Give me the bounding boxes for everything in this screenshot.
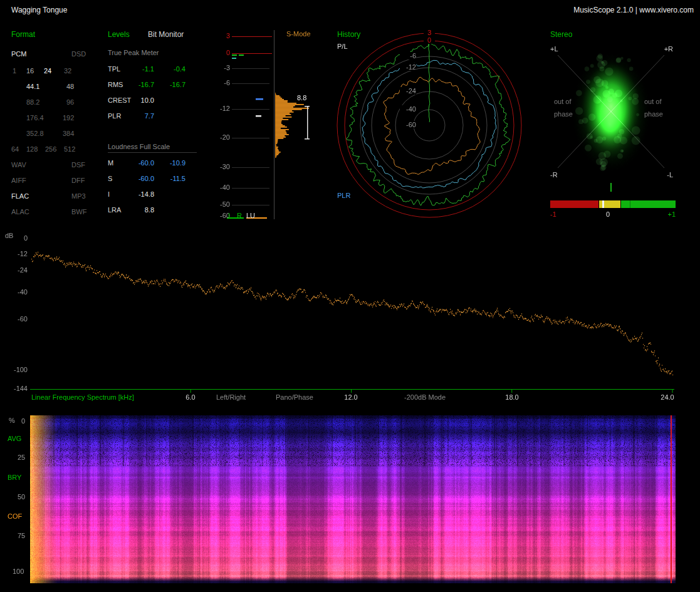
freq-tick-12-0: 12.0 xyxy=(342,393,360,401)
format-option-192: 192 xyxy=(63,114,74,122)
levels-label-m: M xyxy=(108,159,113,167)
app-brand: MusicScope 2.1.0 | www.xivero.com xyxy=(573,6,694,14)
levels-value2-s: -11.5 xyxy=(157,175,185,182)
history-ring-label-6: -6 xyxy=(400,52,416,60)
format-option-128: 128 xyxy=(26,145,38,153)
stereo-header: Stereo xyxy=(550,30,572,39)
history-ring-label-3: 3 xyxy=(424,29,435,36)
levels-value1-tpl: -1.1 xyxy=(125,65,154,73)
levels-value1-lra: 8.8 xyxy=(125,206,154,214)
track-title: Wagging Tongue xyxy=(11,6,67,14)
correlation-meter xyxy=(550,200,676,208)
levels-label-i: I xyxy=(108,190,110,198)
out-of-phase-right-1: out of xyxy=(644,98,662,105)
levels-panel: Levels Bit Monitor True Peak Meter Loudn… xyxy=(107,28,204,225)
mode-pano-phase[interactable]: Pano/Phase xyxy=(276,393,313,401)
levels-value1-m: -60.0 xyxy=(125,159,154,167)
corner-label-plus-l: +L xyxy=(550,45,558,53)
musicscope-app: Wagging Tongue MusicScope 2.1.0 | www.xi… xyxy=(0,0,700,592)
pct-tick-0: 0 xyxy=(21,417,25,425)
history-ring-label-40: -40 xyxy=(400,105,416,113)
format-option-44-1: 44.1 xyxy=(26,83,39,90)
levels-value2-tpl: -0.4 xyxy=(157,65,185,73)
meter-scale-20: -20 xyxy=(219,133,230,141)
format-option-pcm: PCM xyxy=(11,50,26,58)
corner-label-minus-l: -L xyxy=(659,171,673,179)
format-option-256: 256 xyxy=(45,145,56,153)
meter-scale-6: -6 xyxy=(219,79,230,86)
format-option-384: 384 xyxy=(63,130,74,137)
out-of-phase-left-2: phase xyxy=(554,110,573,118)
pct-tick-50: 50 xyxy=(18,493,25,501)
mode-left-right[interactable]: Left/Right xyxy=(216,393,246,401)
db-tick-40: -40 xyxy=(4,288,28,296)
format-option-dsf: DSF xyxy=(71,161,85,169)
meter-scale-3: 3 xyxy=(219,32,230,39)
freq-tick-18-0: 18.0 xyxy=(503,393,521,401)
out-of-phase-right-2: phase xyxy=(644,110,663,118)
format-option-flac: FLAC xyxy=(11,192,29,200)
db-tick-144: -144 xyxy=(4,385,28,392)
levels-value1-i: -14.8 xyxy=(125,190,154,198)
spectrum-canvas xyxy=(0,231,700,413)
format-option-64: 64 xyxy=(11,145,19,153)
meter-scale-50: -50 xyxy=(219,200,230,208)
spectrogram-toggle-bry[interactable]: BRY xyxy=(8,474,21,481)
db-tick-60: -60 xyxy=(4,315,28,323)
db-tick-100: -100 xyxy=(4,366,28,373)
spectrogram-toggle-cof[interactable]: COF xyxy=(8,512,22,520)
freq-tick-6-0: 6.0 xyxy=(181,393,200,401)
meter-channel-l[interactable]: L xyxy=(228,212,232,219)
format-option-16: 16 xyxy=(26,67,34,75)
format-option-48: 48 xyxy=(66,83,74,90)
format-option-bwf: BWF xyxy=(71,208,86,216)
levels-label-plr: PLR xyxy=(108,112,121,120)
format-option-352-8: 352.8 xyxy=(26,130,44,137)
format-option-mp3: MP3 xyxy=(71,192,86,200)
history-header: History xyxy=(337,30,360,39)
levels-value1-rms: -16.7 xyxy=(125,81,154,88)
out-of-phase-left-1: out of xyxy=(554,98,572,105)
correlation-min-label: -1 xyxy=(550,210,556,218)
levels-label-rms: RMS xyxy=(108,81,123,88)
format-option-wav: WAV xyxy=(11,161,26,169)
db-tick-12: -12 xyxy=(4,250,28,257)
db-tick-24: -24 xyxy=(4,266,28,274)
history-panel: History P/L PLR 30-6-12-24-40-60 xyxy=(332,28,539,225)
corner-label-minus-r: -R xyxy=(550,171,558,179)
history-ring-label-60: -60 xyxy=(400,121,416,128)
pct-tick-25: 25 xyxy=(18,454,25,461)
history-ring-label-12: -12 xyxy=(400,63,416,71)
history-ring-label-0: 0 xyxy=(424,36,435,44)
level-meter-panel: S-Mode 8.8 30-3-6-12-20-30-40-50-60LRLU xyxy=(219,28,320,225)
levels-header: Levels xyxy=(108,30,130,39)
format-option-alac: ALAC xyxy=(11,208,29,216)
history-polar-canvas xyxy=(332,28,533,223)
meter-channel-r[interactable]: R xyxy=(237,212,242,219)
meter-scale-0: 0 xyxy=(219,49,230,56)
format-header: Format xyxy=(11,30,35,39)
meter-scale-12: -12 xyxy=(219,105,230,112)
level-meter-canvas xyxy=(219,28,316,222)
format-panel: Format PCMDSD116243244.14888.296176.4192… xyxy=(9,28,106,225)
format-option-32: 32 xyxy=(64,67,71,75)
meter-scale-3: -3 xyxy=(219,64,230,71)
format-option-dff: DFF xyxy=(71,177,85,184)
levels-value1-crest: 10.0 xyxy=(125,96,154,104)
pl-toggle[interactable]: P/L xyxy=(337,43,348,50)
meter-scale-30: -30 xyxy=(219,163,230,170)
plr-toggle[interactable]: PLR xyxy=(337,192,350,199)
levels-label-s: S xyxy=(108,175,112,182)
spectrogram-section: % 0255075100AVGBRYCOF xyxy=(0,413,700,592)
spectrogram-toggle-avg[interactable]: AVG xyxy=(8,435,21,442)
s-mode-toggle[interactable]: S-Mode xyxy=(286,30,311,38)
history-ring-label-24: -24 xyxy=(400,87,416,95)
pct-tick-75: 75 xyxy=(18,532,25,539)
format-option-aiff: AIFF xyxy=(11,177,26,184)
format-option-96: 96 xyxy=(66,98,74,106)
bit-monitor-tab[interactable]: Bit Monitor xyxy=(148,30,184,39)
correlation-zero-label: 0 xyxy=(603,210,613,218)
mode-200db-mode[interactable]: -200dB Mode xyxy=(404,393,446,401)
meter-channel-lu[interactable]: LU xyxy=(246,212,255,219)
loudness-range-value: 8.8 xyxy=(297,94,306,101)
